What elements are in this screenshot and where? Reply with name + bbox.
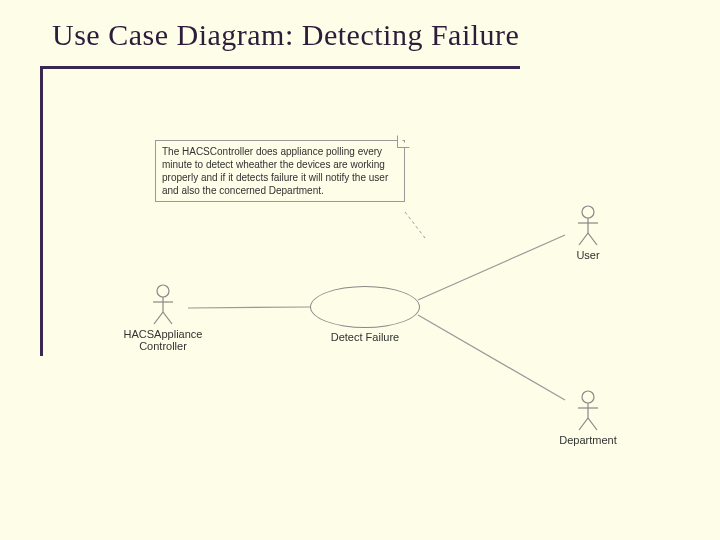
actor-label: HACSAppliance Controller bbox=[118, 328, 208, 352]
actor-label: User bbox=[558, 249, 618, 261]
svg-point-9 bbox=[582, 206, 594, 218]
note-text: The HACSController does appliance pollin… bbox=[162, 146, 388, 196]
title-underline bbox=[40, 66, 520, 69]
svg-line-2 bbox=[418, 235, 565, 300]
actor-department: Department bbox=[548, 390, 628, 446]
svg-point-14 bbox=[582, 391, 594, 403]
svg-line-17 bbox=[579, 418, 588, 430]
usecase-label: Detect Failure bbox=[310, 331, 420, 343]
note-box: The HACSController does appliance pollin… bbox=[155, 140, 405, 202]
stick-figure-icon bbox=[575, 205, 601, 247]
svg-point-4 bbox=[157, 285, 169, 297]
svg-line-13 bbox=[588, 233, 597, 245]
svg-line-3 bbox=[418, 315, 565, 400]
slide-title: Use Case Diagram: Detecting Failure bbox=[52, 18, 519, 52]
actor-hacs-controller: HACSAppliance Controller bbox=[118, 284, 208, 352]
actor-label: Department bbox=[548, 434, 628, 446]
left-accent-bar bbox=[40, 66, 43, 356]
svg-line-0 bbox=[405, 212, 425, 238]
stick-figure-icon bbox=[150, 284, 176, 326]
svg-line-7 bbox=[154, 312, 163, 324]
usecase-detect-failure: Detect Failure bbox=[310, 286, 420, 343]
usecase-oval bbox=[310, 286, 420, 328]
connector-lines bbox=[0, 0, 720, 540]
svg-line-8 bbox=[163, 312, 172, 324]
stick-figure-icon bbox=[575, 390, 601, 432]
svg-line-12 bbox=[579, 233, 588, 245]
actor-user: User bbox=[558, 205, 618, 261]
svg-line-18 bbox=[588, 418, 597, 430]
